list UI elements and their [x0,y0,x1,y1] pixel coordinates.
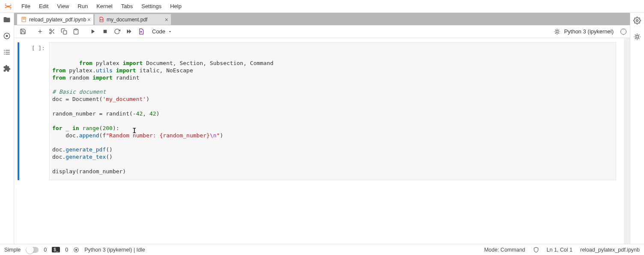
tab-label: reload_pylatex_pdf.ipynb [29,17,86,23]
svg-point-2 [10,3,11,4]
main-row: reload_pylatex_pdf.ipynb × PDF my_docume… [0,13,644,244]
simple-label: Simple [4,247,21,253]
svg-rect-5 [4,50,5,51]
simple-toggle[interactable] [26,247,39,253]
notebook-icon [21,17,27,23]
svg-marker-28 [140,31,142,33]
property-inspector-icon[interactable] [633,16,641,25]
extensions-icon[interactable] [3,64,11,73]
menu-edit[interactable]: Edit [35,1,53,11]
tabbar: reload_pylatex_pdf.ipynb × PDF my_docume… [14,13,630,25]
svg-rect-22 [63,31,66,34]
svg-point-18 [49,32,51,34]
mode-text: Mode: Command [484,247,525,253]
paste-icon[interactable] [71,27,81,37]
kernel-status-text[interactable]: Python 3 (ipykernel) | Idle [84,247,145,253]
svg-rect-25 [103,30,107,33]
svg-marker-26 [127,30,129,34]
svg-point-30 [556,30,558,33]
svg-point-32 [636,36,638,38]
run-all-icon[interactable] [136,27,146,37]
copy-icon[interactable] [59,27,69,37]
code-cell[interactable]: [ ]: I from pylatex import Document, Sec… [18,42,616,180]
kernels-count[interactable]: 0 [65,247,68,253]
debugger-icon[interactable] [552,27,562,37]
svg-marker-29 [169,31,171,32]
svg-rect-10 [6,54,10,55]
svg-rect-23 [75,29,77,30]
tab-label: my_document.pdf [107,17,147,23]
menu-run[interactable]: Run [73,1,92,11]
right-sidebar [630,13,644,244]
svg-point-0 [5,3,6,4]
restart-icon[interactable] [112,27,122,37]
cell-editor[interactable]: I from pylatex import Document, Section,… [49,42,616,180]
menu-settings[interactable]: Settings [137,1,166,11]
chevron-down-icon [168,30,172,34]
svg-point-31 [636,20,638,22]
toc-icon[interactable] [3,48,11,56]
debugger-panel-icon[interactable] [633,33,641,41]
celltype-label: Code [152,28,165,35]
notebook-area[interactable]: [ ]: I from pylatex import Document, Sec… [14,38,630,244]
add-cell-icon[interactable] [35,27,45,37]
close-icon[interactable]: × [165,16,168,23]
left-sidebar [0,13,14,244]
svg-point-34 [76,249,78,251]
celltype-select[interactable]: Code [149,27,175,36]
terminals-count[interactable]: 0 [44,247,47,253]
menu-kernel[interactable]: Kernel [92,1,117,11]
notebook-toolbar: Code Python 3 (ipykernel) [14,25,630,38]
filename-status[interactable]: reload_pylatex_pdf.ipynb [580,247,640,253]
svg-rect-4 [6,35,8,37]
menu-file[interactable]: File [17,1,35,11]
svg-marker-24 [91,30,95,34]
menubar: File Edit View Run Kernel Tabs Settings … [0,0,644,13]
svg-point-17 [49,29,51,31]
svg-rect-13 [22,19,24,19]
svg-line-20 [53,32,54,33]
statusbar: Simple 0 $_ 0 Python 3 (ipykernel) | Idl… [0,244,644,255]
svg-rect-8 [6,52,10,53]
cell-prompt: [ ]: [19,42,49,180]
lsp-icon[interactable] [73,247,79,253]
cut-icon[interactable] [47,27,57,37]
svg-marker-27 [129,30,131,34]
menu-view[interactable]: View [53,1,73,11]
menu-help[interactable]: Help [166,1,186,11]
running-icon[interactable] [3,32,11,40]
close-icon[interactable]: × [87,16,91,23]
tab-pdf[interactable]: PDF my_document.pdf × [94,14,171,25]
pdf-icon: PDF [98,17,104,23]
svg-rect-6 [6,50,10,51]
svg-rect-9 [4,54,5,55]
menu-tabs[interactable]: Tabs [117,1,137,11]
kernel-status-idle-icon [620,29,626,35]
trusted-icon[interactable] [533,247,539,253]
interrupt-icon[interactable] [100,27,110,37]
run-icon[interactable] [88,27,98,37]
svg-rect-7 [4,52,5,53]
svg-line-21 [51,30,52,31]
save-icon[interactable] [18,27,28,37]
tab-notebook[interactable]: reload_pylatex_pdf.ipynb × [17,14,94,25]
restart-run-all-icon[interactable] [124,27,134,37]
svg-point-1 [10,8,11,9]
jupyter-logo [3,2,13,11]
svg-text:PDF: PDF [100,19,103,21]
terminal-icon[interactable]: $_ [52,247,60,252]
cursor-pos[interactable]: Ln 1, Col 1 [547,247,572,253]
kernel-name[interactable]: Python 3 (ipykernel) [564,28,614,35]
center-panel: reload_pylatex_pdf.ipynb × PDF my_docume… [14,13,630,244]
folder-icon[interactable] [3,15,11,24]
svg-rect-12 [22,18,24,18]
